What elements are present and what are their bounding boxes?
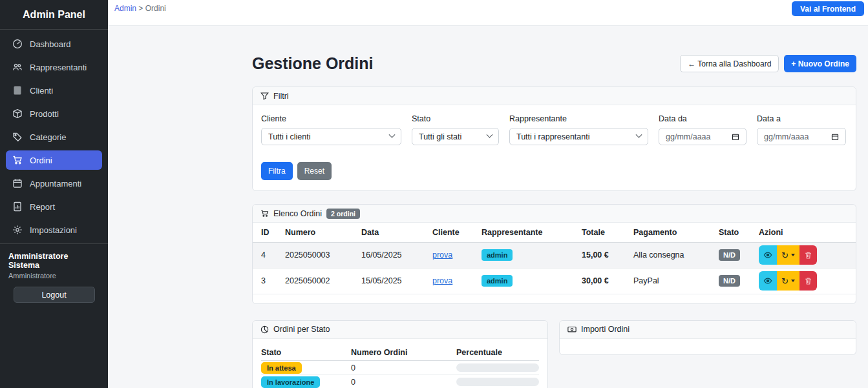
- sidebar-item-label: Rappresentanti: [30, 63, 87, 72]
- reset-button[interactable]: Reset: [297, 162, 332, 180]
- sidebar-item-report[interactable]: Report: [6, 197, 102, 216]
- status-table: Stato Numero Ordini Percentuale In attes…: [261, 345, 539, 388]
- sidebar-item-dashboard[interactable]: Dashboard: [6, 34, 102, 54]
- rappresentante-badge: admin: [482, 275, 513, 287]
- cliente-label: Cliente: [261, 114, 401, 123]
- progress-bar: [456, 378, 539, 386]
- cell-numero: 2025050002: [284, 268, 360, 294]
- rappresentante-select[interactable]: Tutti i rappresentanti: [509, 128, 648, 145]
- status-badge: In attesa: [261, 362, 302, 374]
- status-count: 0: [351, 361, 456, 375]
- eye-icon: [763, 250, 772, 260]
- rappresentante-badge: admin: [482, 249, 513, 261]
- back-to-dashboard-button[interactable]: ← Torna alla Dashboard: [680, 55, 779, 72]
- orders-table: ID Numero Data Cliente Rappresentante To…: [253, 223, 856, 294]
- refresh-icon: ↻: [781, 277, 789, 285]
- calendar-icon: [831, 133, 839, 141]
- col-stato: Stato: [261, 345, 351, 361]
- sidebar-item-label: Report: [30, 202, 55, 212]
- filters-card-header: Filtri: [253, 87, 856, 105]
- breadcrumb-admin-link[interactable]: Admin: [114, 4, 136, 13]
- col-azioni: Azioni: [757, 223, 856, 242]
- breadcrumb-separator: >: [138, 4, 143, 13]
- cliente-select[interactable]: Tutti i clienti: [261, 128, 401, 145]
- chevron-down-icon: [636, 132, 642, 138]
- delete-order-button[interactable]: [799, 245, 817, 265]
- cell-totale: 15,00 €: [580, 242, 632, 268]
- orders-card: Elenco Ordini 2 ordini ID Numero Data Cl…: [252, 204, 856, 304]
- funnel-icon: [260, 92, 269, 100]
- sidebar-item-label: Impostazioni: [30, 225, 77, 235]
- change-status-button[interactable]: ↻: [777, 271, 799, 291]
- frontend-button[interactable]: Vai al Frontend: [792, 1, 864, 16]
- data-a-label: Data a: [757, 114, 846, 123]
- cliente-link[interactable]: prova: [432, 250, 452, 260]
- sidebar-item-label: Prodotti: [30, 109, 59, 119]
- orders-count-badge: 2 ordini: [326, 209, 360, 219]
- status-count: 0: [351, 375, 456, 388]
- data-a-input[interactable]: gg/mm/aaaa: [757, 128, 846, 145]
- main-area: Gestione Ordini ← Torna alla Dashboard +…: [108, 26, 868, 388]
- status-card: Ordini per Stato Stato Numero Ordini Per…: [252, 320, 548, 388]
- sidebar-item-ordini[interactable]: Ordini: [6, 150, 102, 170]
- sidebar-item-appuntamenti[interactable]: Appuntamenti: [6, 174, 102, 193]
- row-actions: ↻: [759, 245, 817, 265]
- status-badge: In lavorazione: [261, 376, 320, 388]
- topbar: Admin > Ordini Vai al Frontend: [108, 0, 868, 26]
- cash-icon: [567, 325, 577, 334]
- table-row: 3 2025050002 15/05/2025 prova admin 30,0…: [253, 268, 856, 294]
- amounts-card: Importi Ordini: [559, 320, 856, 355]
- user-name: Amministratore Sistema: [8, 252, 100, 270]
- view-order-button[interactable]: [759, 245, 777, 265]
- stato-badge: N/D: [719, 249, 740, 261]
- refresh-icon: ↻: [781, 251, 789, 260]
- sidebar-nav: Dashboard Rappresentanti Clienti: [0, 30, 108, 240]
- sidebar-item-rappresentanti[interactable]: Rappresentanti: [6, 57, 102, 77]
- col-id: ID: [253, 223, 284, 242]
- cell-totale: 30,00 €: [580, 268, 632, 294]
- orders-header-row: ID Numero Data Cliente Rappresentante To…: [253, 223, 856, 242]
- rappresentante-label: Rappresentante: [509, 114, 648, 123]
- trash-icon: [804, 251, 812, 260]
- data-da-input[interactable]: gg/mm/aaaa: [659, 128, 746, 145]
- logout-button[interactable]: Logout: [14, 287, 95, 303]
- cliente-link[interactable]: prova: [432, 276, 452, 285]
- calendar-icon: [732, 133, 739, 141]
- chevron-down-icon: [487, 132, 493, 138]
- trash-icon: [804, 277, 812, 285]
- col-numero-ordini: Numero Ordini: [351, 345, 456, 361]
- sidebar-item-clienti[interactable]: Clienti: [6, 81, 102, 100]
- new-order-button[interactable]: + Nuovo Ordine: [784, 55, 856, 72]
- sidebar-item-categorie[interactable]: Categorie: [6, 127, 102, 147]
- status-header-row: Stato Numero Ordini Percentuale: [261, 345, 539, 361]
- speedometer-icon: [12, 39, 23, 49]
- col-percentuale: Percentuale: [456, 345, 539, 361]
- user-role: Amministratore: [8, 272, 100, 280]
- delete-order-button[interactable]: [799, 271, 817, 291]
- amounts-card-header: Importi Ordini: [560, 321, 856, 339]
- app-title: Admin Panel: [0, 0, 108, 30]
- cell-id: 3: [253, 268, 284, 294]
- cell-numero: 2025050003: [284, 242, 360, 268]
- sidebar-item-impostazioni[interactable]: Impostazioni: [6, 220, 102, 240]
- caret-down-icon: [791, 254, 795, 256]
- cart-icon: [260, 209, 269, 218]
- eye-icon: [763, 276, 772, 285]
- breadcrumb-current: Ordini: [145, 4, 166, 13]
- table-row: 4 2025050003 16/05/2025 prova admin 15,0…: [253, 242, 856, 268]
- breadcrumb: Admin > Ordini: [114, 4, 166, 13]
- stato-label: Stato: [412, 114, 499, 123]
- view-order-button[interactable]: [759, 271, 777, 291]
- sidebar-item-prodotti[interactable]: Prodotti: [6, 104, 102, 123]
- change-status-button[interactable]: ↻: [777, 245, 799, 265]
- sidebar-item-label: Dashboard: [30, 39, 71, 49]
- status-row: In attesa 0: [261, 361, 539, 375]
- sidebar-item-label: Clienti: [30, 86, 53, 96]
- filtra-button[interactable]: Filtra: [261, 162, 293, 180]
- status-row: In lavorazione 0: [261, 375, 539, 388]
- caret-down-icon: [791, 280, 795, 282]
- col-rappresentante: Rappresentante: [480, 223, 580, 242]
- col-totale: Totale: [580, 223, 632, 242]
- stato-select[interactable]: Tutti gli stati: [412, 128, 499, 145]
- user-block: Amministratore Sistema Amministratore Lo…: [0, 244, 108, 303]
